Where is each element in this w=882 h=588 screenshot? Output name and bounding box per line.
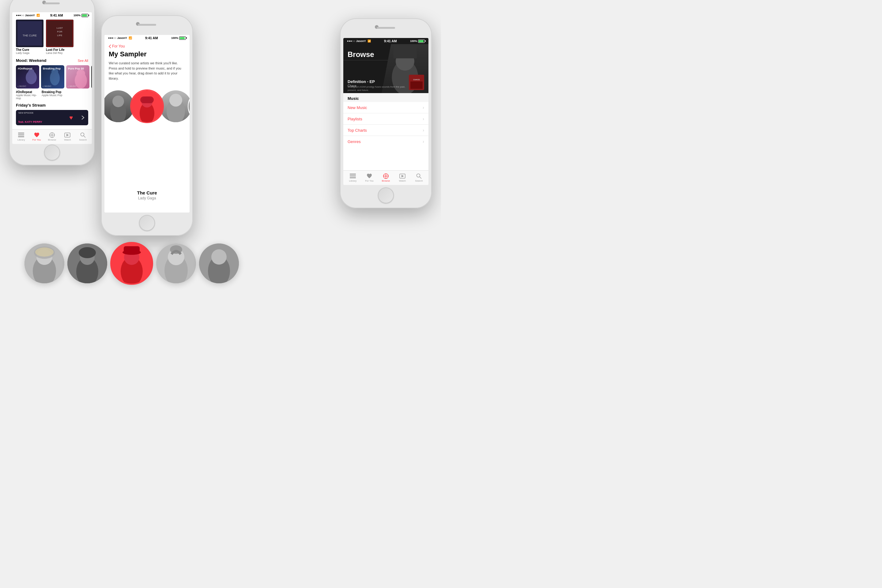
tab-library-right[interactable]: Library — [345, 173, 361, 182]
battery-middle: 100% — [171, 36, 186, 40]
tab-browse-right[interactable]: Browse — [378, 173, 394, 182]
friday-text: feat. KATY PERRY — [18, 120, 42, 123]
tab-foryou-right[interactable]: For You — [361, 173, 378, 182]
featured-title: Definition - EP — [348, 80, 375, 84]
tab-browse-label-right: Browse — [382, 180, 390, 182]
new-music-label: New Music — [348, 105, 367, 110]
home-button-left[interactable] — [44, 144, 60, 160]
bottom-artist-1[interactable] — [24, 243, 64, 283]
tab-library-label-right: Library — [349, 180, 357, 182]
phone-right: ●●●○○ JasonY 📶 9:41 AM 100% Browse — [340, 18, 432, 208]
tab-foryou-left[interactable]: For You — [29, 132, 44, 141]
svg-text:THE CURE: THE CURE — [22, 34, 37, 37]
tab-watch-label-right: Watch — [399, 180, 406, 182]
tab-bar-left: Library For You Browse Watch — [12, 129, 92, 144]
svg-point-26 — [81, 133, 84, 136]
browse-hero: Browse CHACE Definition - EP Chace — [343, 44, 429, 93]
svg-rect-18 — [18, 133, 24, 134]
battery-right: 100% — [410, 39, 425, 43]
browse-item-playlists[interactable]: Playlists › — [343, 113, 429, 124]
svg-point-51 — [417, 174, 420, 177]
screen-left: ●●●○○ JasonY 📶 9:41 AM 100% THE CURE — [12, 12, 92, 144]
mood-purepop-card[interactable]: Pure Pop 50 ♫ MUSIC — [66, 65, 89, 88]
carrier-right: ●●●○○ JasonY 📶 — [347, 39, 371, 43]
svg-line-27 — [84, 136, 86, 138]
svg-line-52 — [420, 177, 422, 178]
chevron-genres-icon: › — [423, 139, 424, 144]
back-button[interactable]: For You — [104, 41, 190, 50]
artist-name: The Cure — [104, 190, 190, 195]
genres-label: Genres — [348, 140, 361, 144]
album-art-thumb: CHACE — [409, 75, 424, 90]
home-button-middle[interactable] — [139, 215, 155, 231]
album-lust[interactable]: LUST FOR LIFE Lust For Life Lana Del Rey — [46, 20, 74, 54]
mood-mood-card[interactable]: Mood. ♫ MUSIC — [91, 65, 92, 88]
album-cure[interactable]: THE CURE The Cure Lady Gaga — [16, 20, 44, 54]
artist-track: Lady Gaga — [104, 196, 190, 200]
svg-point-13 — [76, 69, 85, 78]
svg-point-61 — [79, 247, 96, 258]
tab-watch-right[interactable]: Watch — [394, 173, 411, 182]
reset-button[interactable]: Reset — [111, 212, 121, 213]
bottom-artist-active[interactable] — [110, 242, 153, 285]
status-bar-middle: ●●●○○ JasonY 📶 9:41 AM 100% — [104, 35, 190, 41]
bottom-artist-circles — [0, 233, 263, 294]
svg-point-57 — [35, 248, 54, 256]
chevron-playlists-icon: › — [423, 116, 424, 121]
friday-section-header: Friday's Stream — [12, 100, 92, 109]
battery-left: 100% — [74, 14, 88, 17]
tab-watch-left[interactable]: Watch — [60, 132, 75, 141]
browse-item-top-charts[interactable]: Top Charts › — [343, 124, 429, 136]
tab-search-label-right: Search — [415, 180, 423, 182]
svg-rect-43 — [350, 174, 356, 175]
friday-badge: NEW EPISODE — [18, 112, 33, 114]
bottom-artist-5[interactable] — [199, 243, 239, 283]
svg-rect-20 — [18, 136, 24, 137]
svg-marker-25 — [66, 134, 69, 136]
svg-point-36 — [170, 94, 182, 106]
mood-breaking-card[interactable]: Breaking Pop ♫ MUSIC — [41, 65, 64, 88]
lust-artist: Lana Del Rey — [46, 51, 74, 54]
svg-point-11 — [51, 69, 58, 75]
svg-rect-66 — [124, 246, 140, 253]
time-right: 9:41 AM — [384, 39, 397, 43]
battery-icon-left — [81, 14, 88, 17]
time-middle: 9:41 AM — [145, 36, 158, 40]
sampler-artists-row — [104, 83, 190, 123]
sampler-description: We've curated some artists we think you'… — [104, 58, 190, 83]
tab-library-label-left: Library — [18, 138, 25, 141]
artist-circle-active[interactable] — [130, 89, 164, 123]
mood-section-header: Mood: Weekend See All — [12, 56, 92, 64]
speaker-middle — [138, 24, 156, 26]
cure-title: The Cure — [16, 48, 44, 51]
tab-search-right[interactable]: Search — [411, 173, 427, 182]
svg-rect-45 — [350, 177, 356, 178]
mood-cards: #OnRepeat ♫ MUSIC Breaking Pop ♫ MUSIC — [12, 64, 92, 90]
music-section-title: Music — [343, 93, 429, 102]
sampler-screen: For You My Sampler We've curated some ar… — [104, 41, 190, 213]
friday-card[interactable]: NEW EPISODE feat. KATY PERRY ♥ — [16, 110, 88, 125]
friday-heart-icon: ♥ — [69, 114, 73, 121]
svg-rect-39 — [393, 45, 417, 58]
svg-rect-3 — [46, 20, 74, 47]
svg-rect-1 — [18, 21, 42, 46]
mood-repeat-card[interactable]: #OnRepeat ♫ MUSIC — [16, 65, 39, 88]
tab-bar-right: Library For You Browse Watch — [343, 170, 429, 185]
bottom-artist-2[interactable] — [68, 243, 107, 283]
browse-item-new-music[interactable]: New Music › — [343, 102, 429, 113]
browse-item-genres[interactable]: Genres › — [343, 136, 429, 147]
tab-search-left[interactable]: Search — [75, 132, 91, 141]
bottom-artist-4[interactable] — [156, 243, 196, 283]
svg-point-73 — [212, 249, 226, 265]
featured-description: Shanghai's EDM prodigy fuses sounds from… — [348, 86, 407, 92]
see-all-button[interactable]: See All — [78, 59, 88, 63]
battery-icon-right — [418, 39, 425, 43]
mood-album-1-title: #OnRepeat — [16, 90, 39, 94]
tab-library-left[interactable]: Library — [14, 132, 29, 141]
tab-browse-left[interactable]: Browse — [44, 132, 60, 141]
browse-title: Browse — [348, 50, 374, 59]
svg-point-9 — [28, 69, 34, 75]
home-button-right[interactable] — [378, 188, 394, 203]
tab-search-label-left: Search — [79, 138, 87, 141]
done-button[interactable]: Done — [174, 212, 183, 213]
